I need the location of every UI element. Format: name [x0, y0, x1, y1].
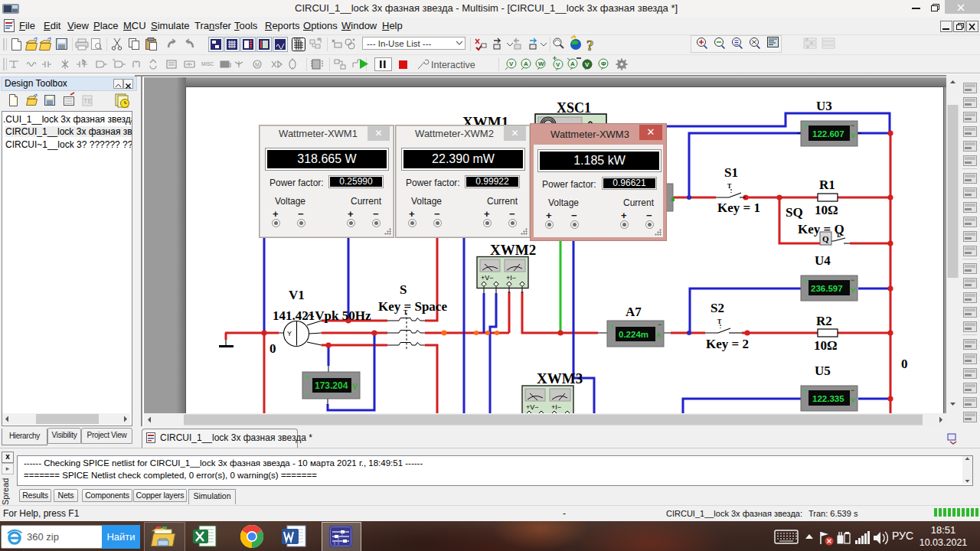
- svg-text:S2: S2: [710, 301, 724, 315]
- svg-text:MISC: MISC: [201, 61, 214, 67]
- svg-text:V: V: [851, 132, 855, 139]
- svg-text:+I−: +I−: [551, 403, 561, 411]
- svg-text:V: V: [851, 286, 855, 294]
- svg-text:+I−: +I−: [506, 274, 516, 282]
- svg-text:+: +: [803, 387, 807, 395]
- svg-text:0: 0: [901, 357, 908, 371]
- svg-text:Key = Space: Key = Space: [378, 299, 447, 314]
- svg-text:+: +: [803, 122, 807, 130]
- svg-text:Key = 1: Key = 1: [717, 201, 760, 215]
- svg-text:−: −: [851, 122, 854, 129]
- svg-text:122.607: 122.607: [812, 129, 844, 139]
- svg-text:W: W: [538, 60, 544, 67]
- svg-text:MM: MM: [294, 37, 300, 42]
- svg-text:Φ: Φ: [601, 60, 606, 67]
- svg-text:T: T: [727, 183, 732, 190]
- svg-text:236.597: 236.597: [811, 284, 843, 293]
- svg-text:−: −: [851, 276, 854, 284]
- svg-text:Y: Y: [287, 330, 292, 337]
- svg-text:S1: S1: [724, 165, 738, 180]
- svg-text:141.421Vpk 50Hz: 141.421Vpk 50Hz: [273, 308, 371, 323]
- svg-text:M: M: [255, 62, 260, 67]
- svg-text:173.204: 173.204: [315, 380, 348, 391]
- svg-text:10Ω: 10Ω: [815, 203, 838, 217]
- svg-text:?: ?: [586, 37, 594, 54]
- svg-text:XWM2: XWM2: [490, 242, 536, 258]
- svg-text:A: A: [656, 331, 662, 339]
- svg-text:S: S: [400, 282, 407, 297]
- svg-text:Key = Q: Key = Q: [798, 222, 844, 236]
- svg-text:TE: TE: [83, 97, 93, 105]
- svg-text:+V−: +V−: [481, 274, 494, 282]
- svg-text:V: V: [585, 61, 590, 68]
- svg-text:U5: U5: [815, 364, 831, 378]
- svg-text:−: −: [305, 391, 309, 399]
- svg-text:+: +: [803, 277, 807, 285]
- svg-text:R2: R2: [816, 314, 832, 328]
- svg-text:--- In-Use List ---: --- In-Use List ---: [367, 39, 432, 48]
- svg-text:T: T: [717, 318, 722, 325]
- svg-text:A7: A7: [626, 305, 642, 319]
- svg-text:XWM3: XWM3: [537, 370, 583, 386]
- svg-text:A: A: [524, 60, 528, 67]
- svg-text:+: +: [305, 373, 309, 381]
- svg-text:+: +: [609, 323, 613, 331]
- svg-text:−: −: [851, 386, 854, 394]
- svg-text:0: 0: [270, 341, 276, 356]
- svg-text:A: A: [570, 60, 575, 67]
- svg-text:V1: V1: [289, 288, 305, 302]
- svg-text:Key = 2: Key = 2: [706, 337, 749, 351]
- svg-text:10Ω: 10Ω: [814, 338, 838, 353]
- svg-text:SQ: SQ: [786, 205, 803, 220]
- svg-text:XSC1: XSC1: [557, 100, 591, 116]
- svg-text:V: V: [556, 61, 560, 68]
- svg-text:122.335: 122.335: [812, 394, 844, 403]
- svg-text:−: −: [658, 321, 662, 328]
- svg-text:V: V: [352, 383, 358, 391]
- svg-text:V: V: [509, 60, 514, 67]
- svg-text:+V−: +V−: [526, 403, 539, 411]
- svg-text:0.224m: 0.224m: [619, 330, 648, 339]
- svg-text:Interactive: Interactive: [431, 60, 475, 70]
- svg-text:U3: U3: [816, 99, 832, 113]
- svg-text:U4: U4: [815, 253, 831, 268]
- svg-text:V: V: [851, 396, 855, 404]
- svg-text:R1: R1: [819, 178, 835, 192]
